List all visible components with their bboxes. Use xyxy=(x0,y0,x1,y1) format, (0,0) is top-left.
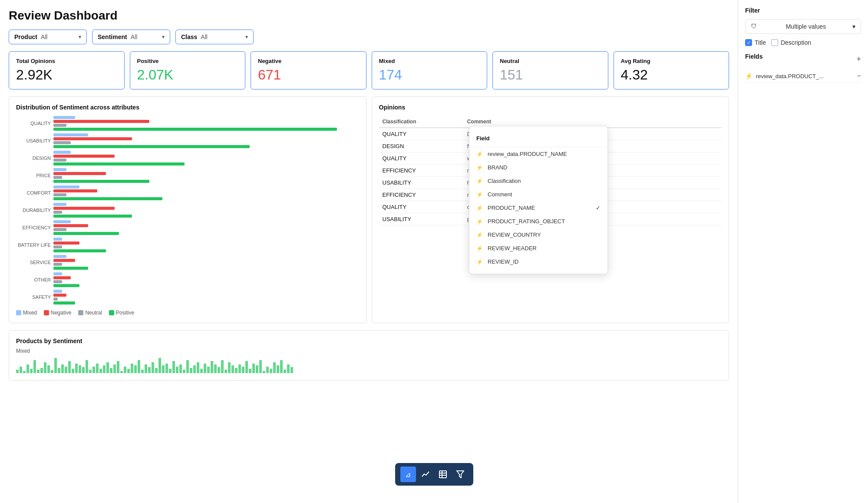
product-chevron-icon: ▾ xyxy=(79,34,81,40)
fields-add-button[interactable]: + xyxy=(856,55,861,64)
chart-bar-row: USABILITY xyxy=(16,133,359,148)
sparkline-bar xyxy=(179,364,182,373)
popup-field-item[interactable]: ⚡ REVIEW_HEADER xyxy=(469,242,607,255)
sentiment-chevron-icon: ▾ xyxy=(162,34,165,40)
checkbox-row: Title Description xyxy=(745,39,861,46)
sparkline-bar xyxy=(103,365,106,373)
sparkline-bar xyxy=(40,368,43,373)
sparkline-bar xyxy=(214,364,217,373)
product-filter-select[interactable]: All xyxy=(41,33,75,40)
sparkline-bar xyxy=(127,369,130,373)
popup-field-item[interactable]: ⚡ PRODUCT_NAME ✓ xyxy=(469,201,607,215)
legend-mixed: Mixed xyxy=(16,310,37,316)
line-chart-toolbar-button[interactable] xyxy=(418,467,433,482)
fields-header: Fields + xyxy=(745,53,861,65)
table-toolbar-button[interactable] xyxy=(435,467,451,482)
bar-label: USABILITY xyxy=(16,138,51,143)
title-checkbox-item[interactable]: Title xyxy=(745,39,766,46)
sentiment-dist-title: Distribution of Sentiment across attribu… xyxy=(16,104,359,111)
opinions-title: Opinions xyxy=(379,104,722,111)
class-filter-select[interactable]: All xyxy=(201,33,242,40)
description-checkbox[interactable] xyxy=(771,39,778,46)
sparkline-bar xyxy=(158,358,161,373)
title-checkbox[interactable] xyxy=(745,39,752,46)
positive-bar xyxy=(53,232,119,235)
sparkline-bar xyxy=(82,367,85,373)
sparkline-bar xyxy=(75,364,78,373)
popup-field-item[interactable]: ⚡ BRAND xyxy=(469,161,607,174)
filter-section-title: Filter xyxy=(745,7,861,14)
popup-field-item[interactable]: ⚡ REVIEW_COUNTRY xyxy=(469,228,607,242)
bars-group xyxy=(53,238,359,252)
svg-rect-0 xyxy=(439,471,446,478)
popup-field-icon: ⚡ xyxy=(476,259,483,265)
products-by-sentiment-card: Products by Sentiment Mixed xyxy=(9,330,729,381)
description-checkbox-item[interactable]: Description xyxy=(771,39,811,46)
sentiment-distribution-card: Distribution of Sentiment across attribu… xyxy=(9,96,366,323)
sparkline-bar xyxy=(145,364,147,373)
sparkline-bar xyxy=(221,360,224,373)
metrics-row: Total Opinions 2.92K Positive 2.07K Nega… xyxy=(9,51,729,89)
mixed-bar xyxy=(53,133,88,136)
classification-cell: USABILITY xyxy=(379,177,464,189)
mixed-bar xyxy=(53,151,71,154)
sparkline-bar xyxy=(30,369,33,373)
legend-neutral: Neutral xyxy=(78,310,102,316)
popup-field-name: PRODUCT_RATING_OBJECT xyxy=(488,218,565,225)
bar-label: DURABILITY xyxy=(16,208,51,213)
neutral-bar xyxy=(53,159,66,162)
class-filter[interactable]: Class All ▾ xyxy=(175,30,254,44)
bars-group xyxy=(53,255,359,270)
popup-field-item[interactable]: ⚡ review_data.PRODUCT_NAME xyxy=(469,147,607,161)
positive-bar xyxy=(53,162,185,165)
popup-field-icon: ⚡ xyxy=(476,178,483,184)
sparkline-bar xyxy=(238,364,241,373)
bars-group xyxy=(53,151,359,165)
popup-field-name: REVIEW_COUNTRY xyxy=(488,232,541,238)
sparkline-bar xyxy=(162,365,165,373)
multiple-values-dropdown[interactable]: ⛉ Multiple values ▾ xyxy=(745,19,861,34)
legend-negative: Negative xyxy=(44,310,71,316)
mixed-bar xyxy=(53,255,66,258)
popup-field-item[interactable]: ⚡ PRODUCT_RATING_OBJECT xyxy=(469,215,607,228)
bar-label: SERVICE xyxy=(16,260,51,265)
filter-toolbar-button[interactable]: ⊿ xyxy=(400,467,416,482)
classification-cell: EFFICIENCY xyxy=(379,165,464,177)
filter-icon: ⛉ xyxy=(751,23,757,30)
classification-cell: QUALITY xyxy=(379,152,464,165)
sparkline-bar xyxy=(26,364,29,373)
sentiment-filter[interactable]: Sentiment All ▾ xyxy=(92,30,170,44)
classification-cell: QUALITY xyxy=(379,201,464,213)
sentiment-filter-select[interactable]: All xyxy=(131,33,158,40)
fields-section-title: Fields xyxy=(745,53,762,60)
class-chevron-icon: ▾ xyxy=(245,34,248,40)
sparkline-bar xyxy=(287,364,290,373)
sparkline-bar xyxy=(266,367,269,373)
bar-label: PRICE xyxy=(16,173,51,178)
field-remove-button[interactable]: − xyxy=(857,72,861,80)
chart-bar-row: OTHER xyxy=(16,272,359,287)
product-filter[interactable]: Product All ▾ xyxy=(9,30,87,44)
chart-bar-row: PRICE xyxy=(16,168,359,183)
bar-label: OTHER xyxy=(16,277,51,282)
popup-field-item[interactable]: ⚡ Classification xyxy=(469,174,607,188)
bar-label: DESIGN xyxy=(16,156,51,161)
classification-cell: DESIGN xyxy=(379,140,464,152)
neutral-bar xyxy=(53,141,71,144)
popup-field-item[interactable]: ⚡ Comment xyxy=(469,188,607,201)
sparkline-bar xyxy=(200,369,203,373)
sparkline-bar xyxy=(117,361,119,373)
sparkline-bar xyxy=(224,370,227,373)
sparkline-bar xyxy=(113,364,116,373)
sparkline-bar xyxy=(110,368,112,373)
neutral-label: Neutral xyxy=(500,58,601,64)
sparkline-bar xyxy=(51,370,53,373)
negative-bar xyxy=(53,242,79,245)
popup-field-name: REVIEW_ID xyxy=(488,258,519,265)
chart-bar-row: BATTERY LIFE xyxy=(16,238,359,252)
sparkline-bar xyxy=(16,370,19,373)
total-opinions-value: 2.92K xyxy=(16,67,117,83)
floating-toolbar: ⊿ xyxy=(395,463,473,486)
popup-field-item[interactable]: ⚡ REVIEW_ID xyxy=(469,255,607,268)
filter-alt-toolbar-button[interactable] xyxy=(452,467,468,482)
